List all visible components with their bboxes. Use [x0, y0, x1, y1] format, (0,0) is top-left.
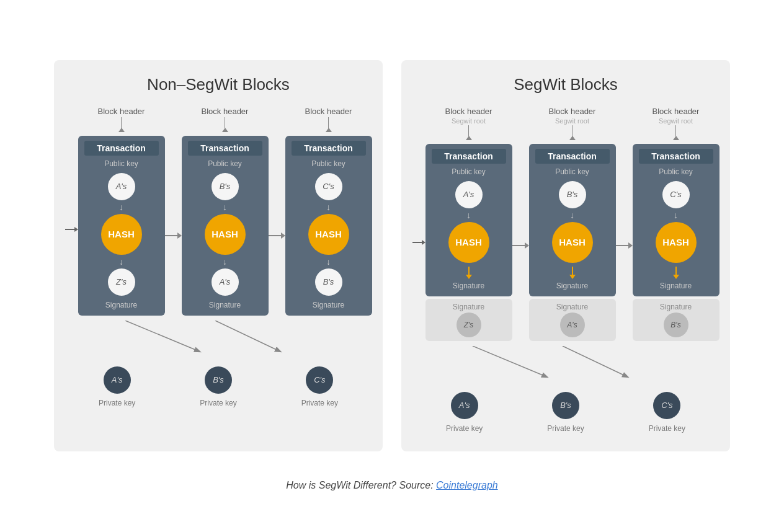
small-arrow-3: ↓	[223, 203, 227, 211]
sig-label-2: Signature	[209, 301, 241, 309]
block-1-right: Block header Segwit root Transaction Pub…	[425, 107, 512, 341]
segwit-blocks-area: Block header Segwit root Transaction Pub…	[414, 107, 718, 341]
sw-pub-key-label-2: Public key	[555, 167, 589, 176]
circle-top-3: C's	[315, 173, 342, 200]
sw-small-arrow-3: ↓	[674, 211, 678, 219]
circle-top-2: B's	[212, 173, 239, 200]
hash-circle-2: HASH	[205, 214, 246, 255]
sw-circle-top-3: C's	[662, 181, 690, 208]
sw-block-card-3: Transaction Public key C's ↓ HASH Signat…	[633, 144, 719, 296]
segwit-root-2: Segwit root	[555, 117, 589, 125]
sig-label-1: Signature	[105, 301, 137, 309]
h-arrow-1-2	[165, 233, 182, 239]
sw-block-header-label-1: Block header	[445, 107, 492, 116]
diagonal-arrows-svg-left	[76, 321, 361, 358]
priv-label-3: Private key	[301, 399, 338, 407]
sw-transaction-title-1: Transaction	[432, 149, 506, 164]
svg-line-1	[215, 321, 280, 352]
segwit-title: SegWit Blocks	[414, 75, 718, 94]
sw-sig-box-2: Signature A's	[529, 299, 616, 341]
priv-circle-3: C's	[306, 366, 333, 394]
block-header-label-1: Block header	[98, 107, 145, 116]
block-header-label-2: Block header	[202, 107, 249, 116]
sw-circle-top-2: B's	[559, 181, 586, 208]
hash-circle-3: HASH	[308, 214, 349, 255]
sig-label-3: Signature	[313, 301, 344, 309]
small-arrow-4: ↓	[223, 257, 227, 266]
sw-hash-circle-2: HASH	[552, 222, 593, 263]
segwit-panel: SegWit Blocks Block header Segwit root T…	[401, 60, 730, 451]
sw-hash-circle-1: HASH	[448, 222, 489, 263]
sw-sig-label-1: Signature	[453, 282, 484, 290]
sw-block-card-2: Transaction Public key B's ↓ HASH Signat…	[529, 144, 616, 296]
sw-pk-2: B's Private key	[547, 389, 584, 433]
sw-h-arrow-1-2	[512, 242, 529, 249]
caption-link[interactable]: Cointelegraph	[436, 480, 498, 490]
caption-text: How is SegWit Different? Source:	[286, 480, 433, 490]
sw-sig-label-3: Signature	[660, 282, 692, 290]
diagonal-arrows-svg-right	[423, 346, 708, 383]
hash-circle-1: HASH	[101, 214, 142, 255]
svg-line-3	[563, 346, 628, 377]
small-arrow-1: ↓	[119, 203, 123, 211]
h-arrow-2-3	[269, 233, 285, 239]
sw-small-arrow-1: ↓	[466, 211, 471, 219]
block-2-right: Block header Segwit root Transaction Pub…	[529, 107, 616, 341]
sw-circle-sig-2: A's	[560, 313, 585, 337]
entry-arrow-right	[412, 240, 425, 245]
block-header-label-3: Block header	[305, 107, 352, 116]
private-key-row-left: A's Private key B's Private key C's Priv…	[66, 364, 370, 407]
pk-1-left: A's Private key	[99, 364, 135, 407]
sw-arrow-up-3	[673, 125, 679, 141]
pk-3-left: C's Private key	[301, 364, 338, 407]
block-card-3: Transaction Public key C's ↓ HASH ↓ B's …	[285, 136, 372, 316]
small-arrow-2: ↓	[119, 257, 123, 266]
sw-pub-key-label-3: Public key	[659, 167, 693, 176]
arrow-up-1	[118, 117, 125, 133]
sw-arrow-up-1	[466, 125, 472, 141]
block-card-1: Transaction Public key A's ↓ HASH ↓ Z's …	[78, 136, 165, 316]
circle-bottom-2: A's	[212, 268, 239, 296]
sw-sig-box-1: Signature Z's	[425, 299, 512, 341]
transaction-title-1: Transaction	[84, 141, 159, 156]
transaction-title-3: Transaction	[292, 141, 366, 156]
block-1-left: Block header Transaction Public key A's …	[78, 107, 165, 316]
pub-key-label-3: Public key	[311, 159, 345, 168]
priv-label-1: Private key	[99, 399, 135, 407]
pub-key-label-2: Public key	[208, 159, 242, 168]
sw-priv-circle-1: A's	[451, 392, 478, 419]
entry-arrow-left	[65, 227, 78, 232]
private-key-row-right: A's Private key B's Private key C's Priv…	[414, 389, 718, 433]
sw-block-header-label-2: Block header	[549, 107, 596, 116]
circle-bottom-3: B's	[315, 268, 342, 296]
priv-circle-1: A's	[104, 366, 131, 394]
circle-bottom-1: Z's	[108, 268, 135, 296]
block-3-right: Block header Segwit root Transaction Pub…	[633, 107, 719, 341]
sw-sig-outside-label-3: Signature	[660, 303, 692, 311]
svg-line-0	[125, 321, 200, 352]
sw-small-arrow-2: ↓	[570, 211, 574, 219]
transaction-title-2: Transaction	[188, 141, 262, 156]
arrow-up-2	[222, 117, 228, 133]
arrow-up-3	[326, 117, 332, 133]
sw-transaction-title-3: Transaction	[639, 149, 713, 164]
caption-area: How is SegWit Different? Source: Cointel…	[286, 480, 497, 491]
sw-sig-outside-label-1: Signature	[453, 303, 484, 311]
non-segwit-panel: Non–SegWit Blocks Block header Transacti…	[54, 60, 383, 451]
sw-sig-box-3: Signature B's	[633, 299, 719, 341]
block-card-2: Transaction Public key B's ↓ HASH ↓ A's …	[182, 136, 269, 316]
sw-h-arrow-2-3	[616, 242, 633, 249]
priv-circle-2: B's	[205, 366, 232, 394]
block-3-left: Block header Transaction Public key C's …	[285, 107, 372, 316]
sw-priv-label-2: Private key	[547, 424, 584, 433]
sw-transaction-title-2: Transaction	[535, 149, 610, 164]
sw-sig-label-2: Signature	[556, 282, 588, 290]
small-arrow-6: ↓	[326, 257, 331, 266]
sw-sig-outside-label-2: Signature	[556, 303, 588, 311]
sw-arrow-up-2	[569, 125, 576, 141]
sw-pk-3: C's Private key	[649, 389, 685, 433]
sw-priv-label-1: Private key	[446, 424, 483, 433]
non-segwit-title: Non–SegWit Blocks	[66, 75, 370, 94]
sw-circle-top-1: A's	[455, 181, 483, 208]
sw-block-card-1: Transaction Public key A's ↓ HASH Signat…	[425, 144, 512, 296]
